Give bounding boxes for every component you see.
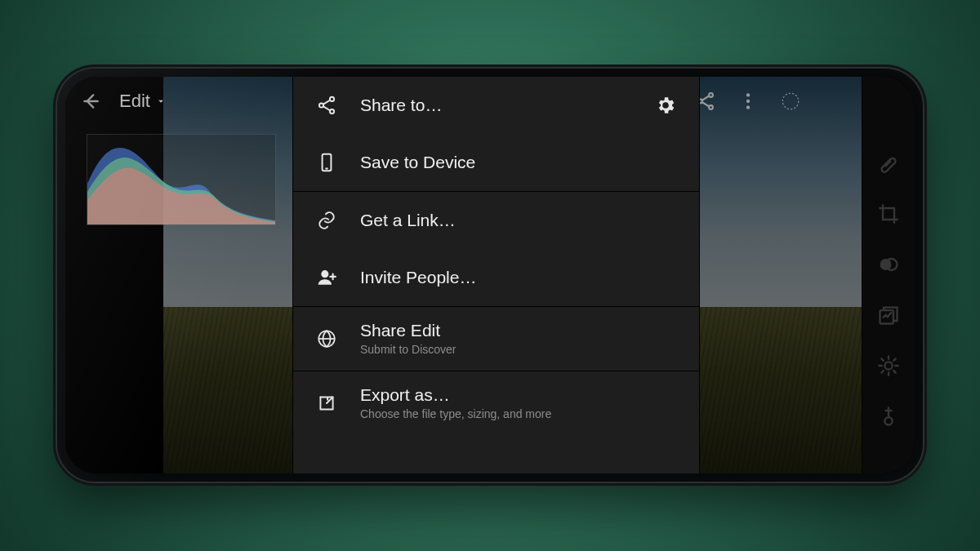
more-icon[interactable]: [737, 91, 759, 112]
svg-point-6: [782, 93, 799, 109]
menu-item-get-link[interactable]: Get a Link…: [293, 191, 699, 249]
svg-point-0: [709, 93, 713, 97]
color-temp-icon[interactable]: [877, 405, 900, 428]
sync-icon[interactable]: [780, 91, 801, 112]
screen: Edit: [65, 77, 915, 473]
screen-title[interactable]: Edit: [119, 91, 167, 112]
svg-rect-14: [880, 157, 897, 173]
globe-icon: [316, 328, 337, 349]
stage: Edit: [0, 0, 980, 551]
menu-item-sublabel: Submit to Discover: [360, 343, 456, 358]
share-menu: Share to… Save to: [292, 77, 700, 473]
menu-item-label: Share to…: [360, 95, 442, 116]
tool-rail: [862, 77, 915, 473]
invite-people-icon: [316, 267, 337, 288]
presets-icon[interactable]: [877, 304, 900, 327]
menu-item-label: Save to Device: [360, 152, 475, 173]
menu-item-label: Share Edit: [360, 320, 456, 341]
menu-item-share-edit[interactable]: Share Edit Submit to Discover: [293, 306, 699, 371]
masking-icon[interactable]: [877, 253, 900, 276]
menu-item-sublabel: Choose the file type, sizing, and more: [360, 407, 551, 422]
app-root: Edit: [65, 77, 915, 473]
menu-item-label: Invite People…: [360, 267, 476, 288]
screen-title-label: Edit: [119, 91, 150, 112]
histogram: [87, 134, 276, 225]
svg-point-18: [884, 362, 892, 369]
menu-item-invite-people[interactable]: Invite People…: [293, 249, 699, 306]
light-icon[interactable]: [877, 354, 900, 377]
share-icon: [316, 95, 337, 116]
back-icon[interactable]: [80, 91, 101, 112]
settings-icon[interactable]: [655, 95, 676, 116]
menu-item-label: Get a Link…: [360, 210, 456, 231]
menu-item-label: Export as…: [360, 384, 551, 406]
svg-point-3: [746, 93, 750, 96]
svg-point-2: [709, 105, 713, 109]
link-icon: [316, 210, 337, 231]
svg-point-4: [746, 100, 750, 103]
menu-item-save-to-device[interactable]: Save to Device: [293, 134, 699, 191]
phone-frame: Edit: [57, 69, 923, 482]
svg-point-12: [321, 270, 328, 278]
crop-icon[interactable]: [877, 202, 900, 225]
export-icon: [316, 393, 337, 414]
svg-point-5: [746, 105, 750, 109]
svg-point-19: [884, 417, 892, 424]
menu-item-export-as[interactable]: Export as… Choose the file type, sizing,…: [293, 371, 699, 435]
photo-area: Edit: [65, 77, 862, 473]
menu-item-share-to[interactable]: Share to…: [293, 77, 699, 134]
heal-icon[interactable]: [877, 152, 900, 175]
device-icon: [316, 152, 337, 173]
